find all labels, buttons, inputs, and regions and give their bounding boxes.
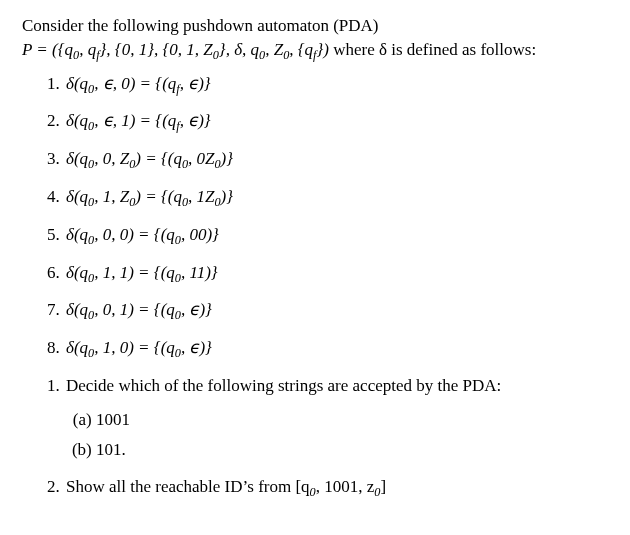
def-mid5: , {q (289, 40, 313, 59)
delta-rule-6: δ(q0, 1, 1) = {(q0, 11)} (64, 261, 608, 285)
task-1-item-a: 1001 (96, 408, 608, 432)
task-1-item-b: 101. (96, 438, 608, 462)
delta-rules-list: δ(q0, ϵ, 0) = {(qf, ϵ)} δ(q0, ϵ, 1) = {(… (22, 72, 608, 360)
delta-rule-5-eq: δ(q0, 0, 0) = {(q0, 00)} (66, 225, 219, 244)
def-mid4: , Z (265, 40, 283, 59)
task-1-sublist: 1001 101. (66, 408, 608, 462)
delta-rule-7-eq: δ(q0, 0, 1) = {(q0, ϵ)} (66, 300, 212, 319)
delta-rule-2-eq: δ(q0, ϵ, 1) = {(qf, ϵ)} (66, 111, 211, 130)
delta-rule-3: δ(q0, 0, Z0) = {(q0, 0Z0)} (64, 147, 608, 171)
task-2-end: ] (380, 477, 386, 496)
delta-rule-6-eq: δ(q0, 1, 1) = {(q0, 11)} (66, 263, 218, 282)
task-1: Decide which of the following strings ar… (64, 374, 608, 461)
delta-rule-4: δ(q0, 1, Z0) = {(q0, 1Z0)} (64, 185, 608, 209)
delta-rule-4-eq: δ(q0, 1, Z0) = {(q0, 1Z0)} (66, 187, 233, 206)
pda-definition: P = ({q0, qf}, {0, 1}, {0, 1, Z0}, δ, q0… (22, 40, 333, 59)
task-2-pre: Show all the reachable ID’s from [q (66, 477, 310, 496)
intro-paragraph: Consider the following pushdown automato… (22, 14, 608, 62)
delta-rule-3-eq: δ(q0, 0, Z0) = {(q0, 0Z0)} (66, 149, 233, 168)
intro-where: where δ is defined as follows: (333, 40, 536, 59)
def-mid1: , q (79, 40, 96, 59)
delta-rule-8: δ(q0, 1, 0) = {(q0, ϵ)} (64, 336, 608, 360)
task-1-text: Decide which of the following strings ar… (66, 376, 501, 395)
delta-rule-1-eq: δ(q0, ϵ, 0) = {(qf, ϵ)} (66, 74, 211, 93)
delta-rule-5: δ(q0, 0, 0) = {(q0, 00)} (64, 223, 608, 247)
def-mid2: }, {0, 1}, {0, 1, Z (100, 40, 213, 59)
intro-line-1: Consider the following pushdown automato… (22, 16, 379, 35)
def-mid3: }, δ, q (219, 40, 259, 59)
task-2: Show all the reachable ID’s from [q0, 10… (64, 475, 608, 499)
def-pre: P = ({q (22, 40, 73, 59)
delta-rule-8-eq: δ(q0, 1, 0) = {(q0, ϵ)} (66, 338, 212, 357)
def-end: }) (316, 40, 328, 59)
delta-rule-2: δ(q0, ϵ, 1) = {(qf, ϵ)} (64, 109, 608, 133)
delta-rule-1: δ(q0, ϵ, 0) = {(qf, ϵ)} (64, 72, 608, 96)
delta-rule-7: δ(q0, 0, 1) = {(q0, ϵ)} (64, 298, 608, 322)
task-2-mid: , 1001, z (316, 477, 375, 496)
tasks-list: Decide which of the following strings ar… (22, 374, 608, 499)
